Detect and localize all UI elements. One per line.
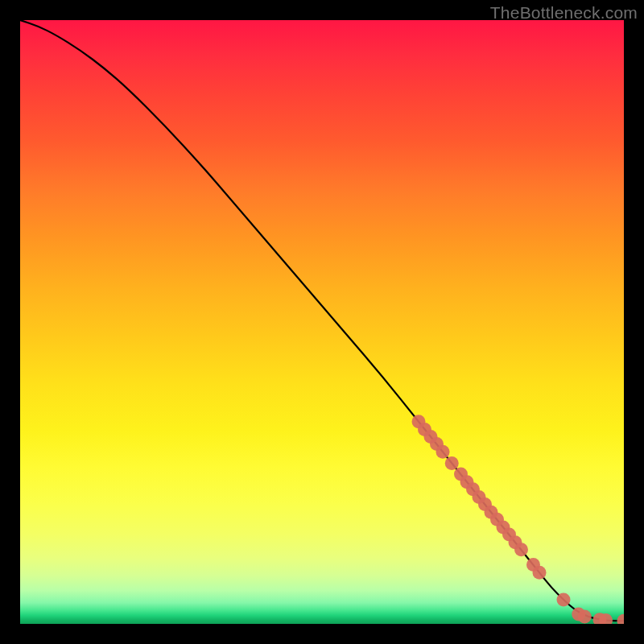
marker-point [533,566,547,580]
chart-svg [20,20,624,624]
marker-point [617,614,625,624]
marker-point [436,445,450,459]
marker-point [578,610,592,624]
marker-point [445,456,459,470]
highlighted-points-group [412,415,625,624]
marker-point [557,593,571,607]
chart-stage: TheBottleneck.com [0,0,644,644]
attribution-label: TheBottleneck.com [490,3,638,23]
bottleneck-curve [20,20,624,621]
marker-point [514,543,528,556]
plot-area [20,20,624,624]
